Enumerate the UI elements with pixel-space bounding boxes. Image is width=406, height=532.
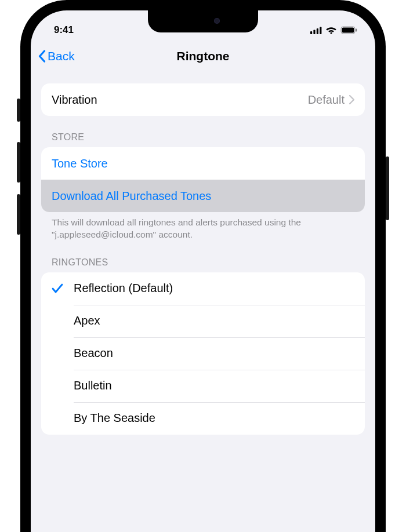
ringtone-item-bulletin[interactable]: Bulletin <box>41 370 365 402</box>
download-all-row[interactable]: Download All Purchased Tones <box>41 180 365 212</box>
ringtone-item-apex[interactable]: Apex <box>41 305 365 337</box>
nav-bar: Back Ringtone <box>31 42 375 71</box>
ringtones-header: RINGTONES <box>41 257 365 272</box>
back-label: Back <box>48 49 75 63</box>
vibration-label: Vibration <box>52 93 97 107</box>
power-button <box>386 156 389 220</box>
ringtones-card: Reflection (Default) Apex Beacon Bulleti… <box>41 272 365 435</box>
ringtone-label: By The Seaside <box>74 411 155 425</box>
vibration-row[interactable]: Vibration Default <box>41 83 365 116</box>
tone-store-label: Tone Store <box>52 157 108 170</box>
ringtone-label: Beacon <box>74 347 113 360</box>
ringtone-item-beacon[interactable]: Beacon <box>41 337 365 370</box>
battery-icon <box>340 26 358 34</box>
status-icons <box>310 26 358 34</box>
download-all-label: Download All Purchased Tones <box>52 190 211 203</box>
volume-up-button <box>17 142 20 183</box>
svg-point-4 <box>330 32 332 34</box>
tone-store-row[interactable]: Tone Store <box>41 147 365 180</box>
content: Vibration Default STORE Tone Store <box>31 83 375 435</box>
vibration-value: Default <box>308 93 345 107</box>
svg-rect-6 <box>342 28 354 33</box>
store-footer: This will download all ringtones and ale… <box>41 212 365 241</box>
ringtone-label: Reflection (Default) <box>74 282 173 295</box>
notch <box>148 10 258 32</box>
checkmark-icon <box>41 283 74 294</box>
page-title: Ringtone <box>177 49 230 63</box>
svg-rect-0 <box>310 31 312 34</box>
chevron-right-icon <box>349 95 354 104</box>
front-camera <box>214 18 220 24</box>
ringtone-item-reflection[interactable]: Reflection (Default) <box>41 272 365 305</box>
svg-rect-7 <box>356 29 357 32</box>
ringtone-item-by-the-seaside[interactable]: By The Seaside <box>41 402 365 435</box>
store-card: Tone Store Download All Purchased Tones <box>41 147 365 212</box>
ringtone-label: Bulletin <box>74 379 112 392</box>
ringtones-group: RINGTONES Reflection (Default) Apex <box>41 257 365 435</box>
mute-switch <box>17 99 20 122</box>
svg-rect-3 <box>320 27 321 34</box>
vibration-group: Vibration Default <box>41 83 365 116</box>
status-time: 9:41 <box>54 24 74 36</box>
phone-frame: 9:41 <box>20 0 386 532</box>
cellular-icon <box>310 27 322 34</box>
back-button[interactable]: Back <box>38 49 75 63</box>
ringtone-label: Apex <box>74 314 100 327</box>
volume-down-button <box>17 194 20 235</box>
chevron-left-icon <box>38 50 46 63</box>
store-group: STORE Tone Store Download All Purchased … <box>41 132 365 241</box>
svg-rect-2 <box>317 28 318 34</box>
screen: 9:41 <box>31 10 375 532</box>
vibration-card: Vibration Default <box>41 83 365 116</box>
svg-rect-1 <box>313 30 315 34</box>
wifi-icon <box>325 26 337 34</box>
store-header: STORE <box>41 132 365 147</box>
